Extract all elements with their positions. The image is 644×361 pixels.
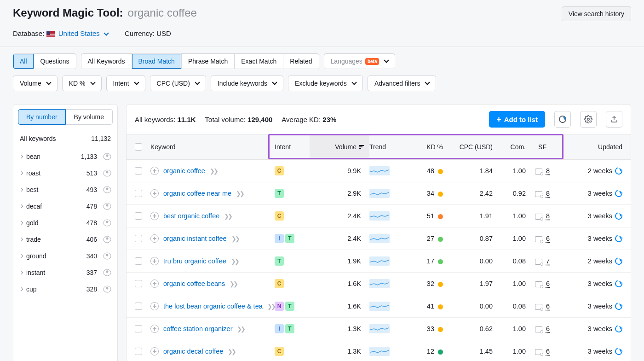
col-kd[interactable]: KD % — [402, 143, 443, 151]
add-icon[interactable] — [150, 234, 159, 243]
add-icon[interactable] — [150, 302, 159, 310]
sf-value[interactable]: 6 — [546, 280, 550, 287]
sf-value[interactable]: 8 — [546, 167, 550, 175]
eye-icon[interactable] — [102, 168, 113, 179]
settings-button[interactable] — [580, 111, 597, 128]
col-keyword[interactable]: Keyword — [150, 143, 275, 151]
eye-icon[interactable] — [102, 185, 113, 195]
keyword-link[interactable]: organic instant coffee — [163, 235, 227, 242]
row-checkbox[interactable] — [135, 348, 142, 355]
filter-intent[interactable]: Intent — [106, 76, 145, 91]
add-icon[interactable] — [150, 347, 159, 355]
keyword-link[interactable]: organic decaf coffee — [163, 348, 223, 355]
sidebar-item[interactable]: ground340 — [13, 248, 117, 264]
add-icon[interactable] — [150, 189, 159, 198]
refresh-icon[interactable] — [614, 211, 623, 221]
keyword-link[interactable]: organic coffee beans — [163, 280, 225, 287]
row-checkbox[interactable] — [135, 190, 142, 197]
keyword-link[interactable]: organic coffee — [163, 167, 205, 175]
sidebar-item[interactable]: best493 — [13, 181, 117, 198]
filter-kd-[interactable]: KD % — [62, 76, 102, 91]
sf-value[interactable]: 6 — [546, 303, 550, 310]
sf-value[interactable]: 8 — [546, 190, 550, 197]
col-volume[interactable]: Volume — [310, 134, 369, 159]
match-tab[interactable]: Exact Match — [235, 54, 283, 69]
serp-icon[interactable] — [535, 191, 542, 197]
refresh-icon[interactable] — [614, 166, 623, 175]
sidebar-item[interactable]: trade406 — [13, 231, 117, 248]
serp-icon[interactable] — [535, 281, 542, 287]
serp-icon[interactable] — [535, 259, 542, 265]
col-com[interactable]: Com. — [493, 143, 526, 151]
col-sf[interactable]: SF — [526, 143, 559, 151]
tab-questions[interactable]: Questions — [34, 54, 76, 69]
view-history-button[interactable]: View search history — [562, 6, 631, 21]
keyword-link[interactable]: best organic coffee — [163, 212, 219, 220]
eye-icon[interactable] — [102, 268, 113, 278]
sidebar-item[interactable]: cup328 — [13, 281, 117, 297]
match-tab[interactable]: Broad Match — [132, 54, 182, 69]
row-checkbox[interactable] — [135, 325, 142, 332]
row-checkbox[interactable] — [135, 212, 142, 220]
refresh-icon[interactable] — [614, 233, 623, 243]
keyword-link[interactable]: tru bru organic coffee — [163, 257, 226, 265]
col-updated[interactable]: Updated — [559, 143, 622, 151]
keyword-link[interactable]: coffee station organizer — [163, 325, 232, 332]
tab-all[interactable]: All — [13, 54, 34, 69]
add-icon[interactable] — [150, 212, 159, 220]
refresh-icon[interactable] — [614, 301, 623, 311]
col-intent[interactable]: Intent — [275, 143, 310, 151]
sf-value[interactable]: 6 — [546, 325, 550, 332]
refresh-button[interactable] — [554, 111, 571, 128]
sidebar-item[interactable]: gold478 — [13, 215, 117, 231]
sidebar-tab[interactable]: By number — [18, 109, 66, 125]
filter-include-keywords[interactable]: Include keywords — [211, 76, 283, 91]
eye-icon[interactable] — [102, 151, 113, 162]
sidebar-item[interactable]: decaf478 — [13, 198, 117, 215]
row-checkbox[interactable] — [135, 303, 142, 310]
refresh-icon[interactable] — [614, 256, 623, 266]
filter-cpc-usd-[interactable]: CPC (USD) — [150, 76, 206, 91]
serp-icon[interactable] — [535, 304, 542, 310]
sidebar-item[interactable]: bean1,133 — [13, 148, 117, 165]
sf-value[interactable]: 6 — [546, 348, 550, 355]
select-all-checkbox[interactable] — [135, 143, 142, 151]
row-checkbox[interactable] — [135, 167, 142, 175]
add-icon[interactable] — [150, 279, 159, 288]
refresh-icon[interactable] — [614, 279, 623, 288]
sidebar-item[interactable]: instant337 — [13, 264, 117, 281]
filter-exclude-keywords[interactable]: Exclude keywords — [288, 76, 363, 91]
add-icon[interactable] — [150, 167, 159, 175]
serp-icon[interactable] — [535, 326, 542, 332]
eye-icon[interactable] — [102, 251, 113, 262]
serp-icon[interactable] — [535, 349, 542, 355]
col-cpc[interactable]: CPC (USD) — [443, 143, 493, 151]
serp-icon[interactable] — [535, 169, 542, 175]
export-button[interactable] — [606, 111, 622, 128]
serp-icon[interactable] — [535, 214, 542, 220]
sf-value[interactable]: 7 — [546, 257, 550, 265]
filter-advanced-filters[interactable]: Advanced filters — [368, 76, 437, 91]
keyword-link[interactable]: the lost bean organic coffee & tea — [163, 303, 263, 310]
refresh-icon[interactable] — [614, 188, 623, 198]
database-selector[interactable]: Database: United States — [13, 29, 108, 37]
match-tab[interactable]: Phrase Match — [182, 54, 235, 69]
match-tab[interactable]: Related — [283, 54, 318, 69]
languages-filter[interactable]: Languages beta — [324, 53, 396, 69]
sidebar-item[interactable]: roast513 — [13, 165, 117, 181]
add-to-list-button[interactable]: +Add to list — [489, 111, 545, 128]
row-checkbox[interactable] — [135, 235, 142, 242]
eye-icon[interactable] — [102, 284, 113, 295]
col-trend[interactable]: Trend — [369, 143, 402, 151]
add-icon[interactable] — [150, 257, 159, 265]
sf-value[interactable]: 8 — [546, 212, 550, 220]
match-tab[interactable]: All Keywords — [81, 54, 132, 69]
eye-icon[interactable] — [102, 201, 113, 212]
refresh-icon[interactable] — [614, 346, 623, 356]
refresh-icon[interactable] — [614, 324, 623, 333]
sidebar-tab[interactable]: By volume — [66, 109, 113, 125]
sf-value[interactable]: 6 — [546, 235, 550, 242]
eye-icon[interactable] — [102, 234, 113, 245]
filter-volume[interactable]: Volume — [13, 76, 58, 91]
eye-icon[interactable] — [102, 218, 113, 228]
